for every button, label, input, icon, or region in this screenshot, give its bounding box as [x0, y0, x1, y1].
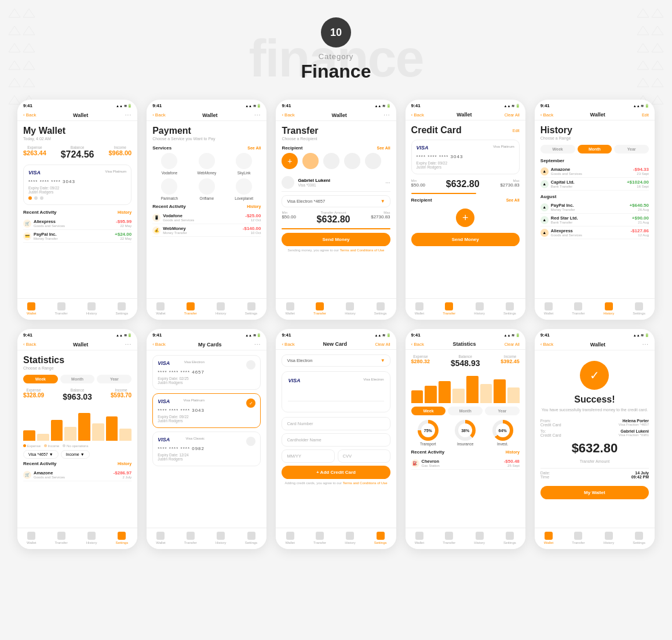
nav-history[interactable]: History	[216, 532, 227, 544]
card-number-input[interactable]: Card Number	[282, 417, 390, 430]
service-parimatch[interactable]: Parimatch	[152, 178, 186, 200]
send-money-btn[interactable]: Send Money	[282, 233, 390, 246]
more-btn[interactable]: ···	[125, 112, 132, 118]
period-month[interactable]: Month	[578, 145, 612, 153]
nav-transfer[interactable]: Transfer	[55, 302, 68, 315]
period-year[interactable]: Year	[97, 375, 132, 383]
see-all[interactable]: See All	[377, 146, 390, 150]
nav-transfer[interactable]: Transfer	[443, 532, 455, 544]
service-vodafone[interactable]: Vodafone	[152, 153, 186, 175]
add-recipient-btn[interactable]: +	[282, 153, 298, 169]
nav-settings[interactable]: Settings	[374, 302, 387, 315]
nav-wallet[interactable]: Wallet	[544, 302, 553, 315]
back-btn[interactable]: ‹ Back	[23, 342, 36, 347]
period-year[interactable]: Year	[485, 407, 520, 415]
back-btn[interactable]: ‹ Back	[282, 342, 294, 347]
nav-wallet[interactable]: Wallet	[285, 302, 294, 315]
nav-settings[interactable]: Settings	[503, 532, 516, 544]
see-all[interactable]: See All	[506, 198, 520, 202]
terms-link[interactable]: Terms and Conditions of Use	[339, 248, 384, 252]
nav-transfer[interactable]: Transfer	[184, 302, 197, 315]
nav-settings[interactable]: Settings	[115, 532, 128, 544]
nav-transfer[interactable]: Transfer	[572, 532, 585, 544]
add-card-btn[interactable]: + Add Credit Card	[282, 466, 390, 479]
recipient-avatar-2[interactable]	[323, 153, 339, 169]
period-week[interactable]: Week	[411, 407, 446, 415]
send-money-btn[interactable]: Send Money	[411, 233, 520, 246]
period-year[interactable]: Year	[614, 145, 649, 153]
nav-history[interactable]: History	[604, 302, 615, 315]
clear-btn[interactable]: Clear All	[505, 342, 520, 346]
nav-wallet[interactable]: Wallet	[415, 302, 424, 315]
period-week[interactable]: Week	[23, 375, 58, 383]
nav-history[interactable]: History	[86, 532, 97, 544]
nav-wallet[interactable]: Wallet	[415, 532, 424, 544]
recipient-avatar-3[interactable]	[344, 153, 360, 169]
period-month[interactable]: Month	[60, 375, 95, 383]
nav-settings[interactable]: Settings	[245, 302, 258, 315]
card-electron[interactable]: VISA Visa Electron **** **** **** 4657 E…	[152, 355, 261, 390]
nav-wallet[interactable]: Wallet	[156, 532, 165, 544]
clear-btn[interactable]: Clear All	[505, 113, 520, 117]
service-webmoney[interactable]: WebMoney	[190, 153, 224, 175]
add-recipient-btn[interactable]: +	[456, 209, 474, 227]
nav-history[interactable]: History	[604, 532, 615, 544]
mmyy-input[interactable]: MM/YY	[282, 449, 334, 463]
nav-wallet[interactable]: Wallet	[27, 302, 36, 315]
terms-link[interactable]: Terms and Conditions of Use	[342, 481, 387, 485]
history-link[interactable]: History	[118, 462, 132, 466]
back-btn[interactable]: ‹ Back	[23, 112, 36, 118]
nav-settings[interactable]: Settings	[503, 302, 516, 315]
nav-settings[interactable]: Settings	[633, 532, 645, 544]
nav-settings[interactable]: Settings	[115, 302, 128, 315]
cardholder-input[interactable]: Cardholder Name	[282, 433, 390, 447]
back-btn[interactable]: ‹ Back	[152, 112, 165, 118]
nav-history[interactable]: History	[345, 532, 356, 544]
recipient-more[interactable]: ···	[385, 180, 390, 186]
nav-wallet[interactable]: Wallet	[544, 532, 553, 544]
edit-btn[interactable]: Edit	[642, 113, 649, 117]
edit-btn[interactable]: Edit	[513, 129, 520, 133]
nav-settings[interactable]: Settings	[633, 302, 645, 315]
service-loveplanet[interactable]: Loveplanet	[227, 178, 261, 200]
recipient-avatar-1[interactable]	[302, 153, 319, 169]
nav-wallet[interactable]: Wallet	[27, 532, 36, 544]
history-link[interactable]: History	[247, 204, 261, 209]
nav-wallet[interactable]: Wallet	[285, 532, 294, 544]
more-btn[interactable]: ···	[254, 112, 261, 118]
nav-transfer[interactable]: Transfer	[443, 302, 455, 315]
nav-history[interactable]: History	[86, 302, 97, 315]
more-btn[interactable]: ···	[125, 341, 132, 348]
back-btn[interactable]: ‹ Back	[411, 342, 424, 347]
my-wallet-btn[interactable]: My Wallet	[540, 486, 649, 499]
card-platinum[interactable]: VISA Visa Platinum **** **** **** 3043 E…	[152, 393, 261, 428]
nav-history[interactable]: History	[474, 532, 485, 544]
service-oriflame[interactable]: Oriflame	[190, 178, 224, 200]
recipient-avatar-4[interactable]	[365, 153, 381, 169]
period-week[interactable]: Week	[540, 145, 575, 153]
back-btn[interactable]: ‹ Back	[411, 112, 424, 118]
nav-history[interactable]: History	[345, 302, 356, 315]
see-all[interactable]: See All	[247, 146, 261, 150]
back-btn[interactable]: ‹ Back	[540, 342, 553, 347]
nav-transfer[interactable]: Transfer	[55, 532, 68, 544]
card-dropdown[interactable]: Visa Electron *4657 ▼	[282, 195, 390, 207]
back-btn[interactable]: ‹ Back	[282, 112, 294, 118]
nav-transfer[interactable]: Transfer	[184, 532, 197, 544]
more-btn[interactable]: ···	[384, 112, 390, 118]
type-dropdown[interactable]: Income ▼	[61, 450, 90, 459]
history-link[interactable]: History	[506, 450, 520, 454]
card-classic[interactable]: VISA Visa Classic **** **** **** 0982 Ex…	[152, 431, 261, 466]
nav-transfer[interactable]: Transfer	[572, 302, 585, 315]
nav-settings[interactable]: Settings	[374, 532, 387, 544]
nav-transfer[interactable]: Transfer	[313, 302, 326, 315]
history-link[interactable]: History	[118, 210, 132, 214]
nav-wallet[interactable]: Wallet	[156, 302, 165, 315]
more-btn[interactable]: ···	[254, 341, 261, 348]
nav-transfer[interactable]: Transfer	[313, 532, 326, 544]
nav-settings[interactable]: Settings	[245, 532, 258, 544]
nav-history[interactable]: History	[474, 302, 485, 315]
clear-btn[interactable]: Clear All	[375, 342, 390, 346]
back-btn[interactable]: ‹ Back	[540, 112, 553, 118]
card-dropdown[interactable]: Visa *4657 ▼	[23, 450, 59, 459]
